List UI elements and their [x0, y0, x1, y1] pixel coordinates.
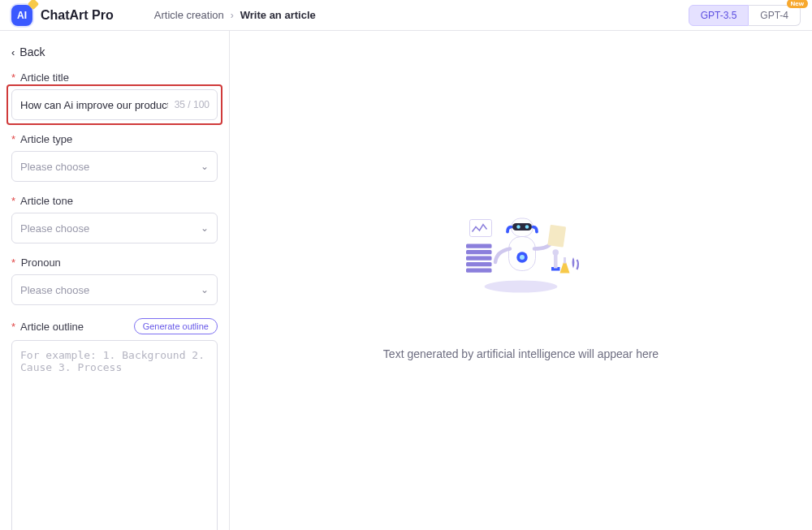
title-input-wrap: 35 / 100	[11, 89, 218, 120]
logo-accent	[28, 0, 39, 10]
required-marker: *	[11, 256, 15, 269]
title-highlight: 35 / 100	[6, 84, 222, 125]
field-article-title: * Article title 35 / 100	[11, 71, 218, 125]
content-area: ‹ Back * Article title 35 / 100 * Articl…	[0, 31, 812, 530]
chevron-down-icon: ⌄	[201, 284, 209, 295]
field-article-outline: * Article outline Generate outline 0 / 2…	[11, 318, 218, 530]
title-char-counter: 35 / 100	[175, 99, 209, 110]
app-header: AI ChatArt Pro Article creation › Write …	[0, 0, 812, 31]
svg-rect-16	[554, 253, 558, 268]
svg-rect-14	[547, 224, 566, 247]
chevron-right-icon: ›	[231, 10, 234, 21]
article-type-select[interactable]: Please choose ⌄	[11, 151, 218, 182]
article-tone-select[interactable]: Please choose ⌄	[11, 213, 218, 243]
svg-rect-0	[466, 268, 492, 272]
header-left: AI ChatArt Pro Article creation › Write …	[11, 5, 316, 26]
pronoun-placeholder: Please choose	[20, 284, 89, 296]
pronoun-select[interactable]: Please choose ⌄	[11, 274, 218, 305]
chevron-left-icon: ‹	[11, 46, 15, 58]
generate-outline-button[interactable]: Generate outline	[134, 318, 218, 334]
breadcrumb-current: Write an article	[240, 9, 316, 21]
field-article-tone: * Article tone Please choose ⌄	[11, 195, 218, 243]
field-article-type: * Article type Please choose ⌄	[11, 133, 218, 182]
back-label: Back	[19, 45, 45, 58]
model-switcher: GPT-3.5 GPT-4 New	[689, 5, 801, 26]
outline-header-row: * Article outline Generate outline	[11, 318, 218, 334]
svg-point-9	[520, 255, 525, 260]
svg-point-12	[516, 225, 520, 229]
article-type-label: * Article type	[11, 133, 218, 145]
robot-illustration	[458, 201, 584, 299]
required-marker: *	[11, 195, 15, 207]
model-gpt35-button[interactable]: GPT-3.5	[689, 5, 749, 26]
article-title-label: * Article title	[11, 71, 218, 84]
pronoun-label: * Pronoun	[11, 256, 218, 269]
article-outline-textarea[interactable]	[11, 340, 218, 530]
brand-name: ChatArt Pro	[41, 8, 114, 23]
svg-rect-11	[512, 223, 532, 231]
breadcrumb: Article creation › Write an article	[154, 9, 316, 21]
svg-rect-1	[466, 262, 492, 266]
model-gpt4-button[interactable]: GPT-4 New	[749, 5, 801, 26]
output-placeholder-text: Text generated by artificial intelligenc…	[383, 347, 659, 360]
svg-point-17	[553, 249, 559, 256]
logo-text: AI	[17, 10, 27, 21]
article-type-placeholder: Please choose	[20, 161, 89, 173]
svg-point-6	[485, 280, 558, 292]
article-tone-placeholder: Please choose	[20, 222, 89, 235]
outline-textarea-wrap: 0 / 2000	[11, 340, 218, 530]
new-badge: New	[787, 0, 808, 8]
required-marker: *	[11, 133, 15, 145]
svg-rect-3	[466, 250, 492, 254]
back-button[interactable]: ‹ Back	[11, 45, 218, 58]
svg-rect-18	[564, 257, 566, 264]
field-pronoun: * Pronoun Please choose ⌄	[11, 256, 218, 305]
svg-rect-4	[466, 243, 492, 248]
svg-point-13	[525, 225, 529, 229]
chevron-down-icon: ⌄	[201, 222, 209, 234]
svg-rect-2	[466, 256, 492, 260]
model-gpt4-label: GPT-4	[760, 10, 788, 21]
article-outline-label: * Article outline	[11, 321, 84, 333]
breadcrumb-root[interactable]: Article creation	[154, 9, 224, 21]
output-panel: Text generated by artificial intelligenc…	[230, 31, 812, 530]
required-marker: *	[11, 321, 15, 333]
required-marker: *	[11, 71, 15, 84]
article-tone-label: * Article tone	[11, 195, 218, 207]
chevron-down-icon: ⌄	[201, 161, 209, 172]
app-logo[interactable]: AI	[11, 5, 32, 26]
form-sidebar: ‹ Back * Article title 35 / 100 * Articl…	[0, 31, 230, 530]
